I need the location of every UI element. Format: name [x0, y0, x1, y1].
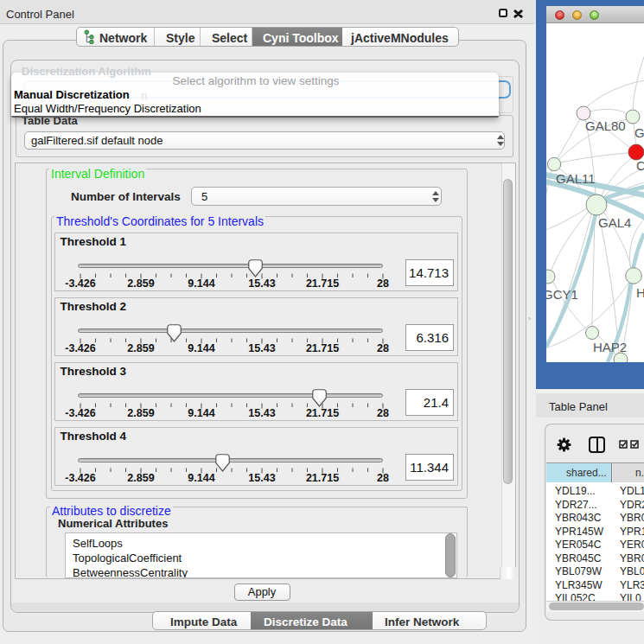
- svg-text:H: H: [636, 285, 644, 300]
- svg-text:GAL4: GAL4: [598, 215, 631, 230]
- svg-text:GCY1: GCY1: [546, 287, 578, 302]
- svg-text:GAL80: GAL80: [585, 118, 626, 133]
- svg-text:GA: GA: [634, 125, 644, 140]
- svg-text:C: C: [636, 158, 644, 173]
- svg-text:HAP2: HAP2: [593, 340, 627, 354]
- svg-text:GAL11: GAL11: [556, 171, 596, 186]
